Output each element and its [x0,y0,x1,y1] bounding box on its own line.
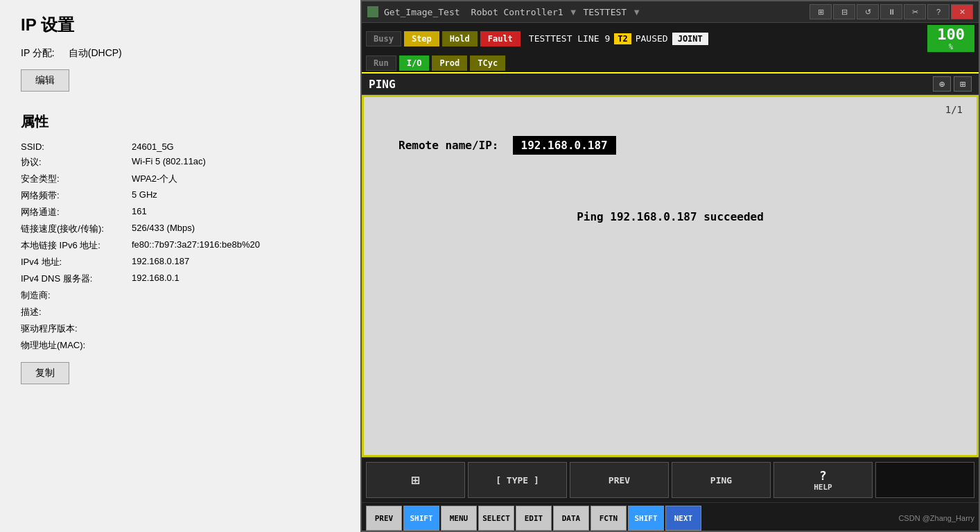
cut-btn[interactable]: ✂ [904,4,926,19]
edit-button[interactable]: 编辑 [21,69,69,92]
select-key[interactable]: SELECT [478,506,514,531]
list-item: IPv4 DNS 服务器:192.168.0.1 [21,271,340,287]
step-btn[interactable]: Step [404,31,439,46]
prop-value: fe80::7b97:3a27:1916:be8b%20 [132,239,260,252]
prop-key: 制造商: [21,289,132,302]
list-item: 驱动程序版本: [21,320,340,337]
prev-button[interactable]: PREV [570,462,669,498]
run-btn[interactable]: Run [366,55,396,71]
list-item: 制造商: [21,287,340,304]
ping-header: PING ⊕ ⊞ [362,72,979,95]
menu-key[interactable]: MENU [441,506,477,531]
ip-section: IP 分配: 自动(DHCP) [21,47,340,60]
prop-key: 链接速度(接收/传输): [21,223,132,235]
prop-value: 192.168.0.1 [132,273,180,285]
help-icon: ? [819,468,827,483]
zoom-btn[interactable]: ⊕ [933,76,951,92]
help-label: HELP [814,483,832,492]
prev-key[interactable]: PREV [366,506,402,531]
layout-btn[interactable]: ⊞ [954,76,972,92]
data-key[interactable]: DATA [553,506,589,531]
next-key[interactable]: NEXT [665,506,701,531]
type-button[interactable]: [ TYPE ] [468,462,567,498]
list-item: IPv4 地址:192.168.0.187 [21,254,340,271]
help-button[interactable]: ? HELP [773,462,873,498]
ip-value: 自动(DHCP) [69,47,122,60]
status-info: TESTTEST LINE 9 T2 PAUSED JOINT [529,33,925,45]
percent-value: 100 [937,26,965,43]
calc-btn[interactable]: ⊞ [810,4,832,19]
empty-button[interactable] [875,462,974,498]
prop-key: SSID: [21,141,132,152]
prop-value: Wi-Fi 5 (802.11ac) [132,156,206,169]
shift1-key[interactable]: SHIFT [403,506,439,531]
prop-key: 驱动程序版本: [21,323,132,335]
arrow1: ▼ [569,7,578,17]
status-bar: Busy Step Hold Fault TESTTEST LINE 9 T2 … [362,23,979,54]
arrow2: ▼ [632,7,641,17]
prop-key: IPv4 DNS 服务器: [21,273,132,285]
controller-name: Robot Controller1 [471,7,563,17]
prop-value: 192.168.0.187 [132,256,189,268]
ping-header-controls: ⊕ ⊞ [933,76,972,92]
page-title: IP 设置 [21,14,340,36]
bottom-toolbar: ⊞ [ TYPE ] PREV PING ? HELP [362,457,979,502]
prop-key: 网络通道: [21,206,132,218]
ping-result: Ping 192.168.0.187 succeeded [371,210,970,223]
prop-key: 描述: [21,306,132,318]
busy-btn[interactable]: Busy [366,31,401,46]
prop-key: 安全类型: [21,173,132,185]
keyboard-btn[interactable]: ⊟ [833,4,855,19]
prop-key: 本地链接 IPv6 地址: [21,239,132,252]
prop-key: IPv4 地址: [21,256,132,268]
close-btn[interactable]: ✕ [951,4,973,19]
prop-key: 协议: [21,156,132,169]
prop-value: 526/433 (Mbps) [132,223,195,235]
test-name: TESTTEST [584,7,627,17]
pause-btn[interactable]: ⏸ [880,4,902,19]
prop-value: 24601_5G [132,141,174,152]
list-item: 安全类型:WPA2-个人 [21,171,340,187]
left-panel: IP 设置 IP 分配: 自动(DHCP) 编辑 属性 SSID:24601_5… [0,0,360,532]
refresh-btn[interactable]: ↺ [857,4,879,19]
percent-unit: % [949,43,953,51]
right-panel: Get_Image_Test Robot Controller1 ▼ TESTT… [360,0,980,532]
remote-ip-row: Remote name/IP: 192.168.0.187 [399,136,970,155]
prop-key: 网络频带: [21,189,132,202]
ip-label: IP 分配: [21,47,55,60]
hold-btn[interactable]: Hold [442,31,478,46]
main-content: 1/1 Remote name/IP: 192.168.0.187 Ping 1… [362,95,979,457]
list-item: 协议:Wi-Fi 5 (802.11ac) [21,154,340,171]
app-name: Get_Image_Test [384,7,460,17]
ping-button[interactable]: PING [672,462,771,498]
t2-badge: T2 [614,33,631,44]
app-icon [367,6,378,17]
edit-key[interactable]: EDIT [516,506,552,531]
paused-text: PAUSED [636,33,668,44]
tcyc-btn[interactable]: TCyc [470,55,505,71]
io-btn[interactable]: I/O [399,55,430,71]
list-item: 描述: [21,304,340,320]
percent-display: 100 % [927,25,974,52]
properties-title: 属性 [21,112,340,131]
list-item: 本地链接 IPv6 地址:fe80::7b97:3a27:1916:be8b%2… [21,237,340,254]
prop-value: 161 [132,206,147,218]
property-table: SSID:24601_5G协议:Wi-Fi 5 (802.11ac)安全类型:W… [21,139,340,354]
status-bar-2: Run I/O Prod TCyc [362,54,979,72]
fctn-key[interactable]: FCTN [590,506,627,531]
prod-btn[interactable]: Prod [432,55,467,71]
list-item: 物理地址(MAC): [21,337,340,354]
list-item: 链接速度(接收/传输):526/433 (Mbps) [21,221,340,237]
shift2-key[interactable]: SHIFT [628,506,664,531]
help-btn[interactable]: ? [927,4,950,19]
title-controls: ⊞ ⊟ ↺ ⏸ ✂ ? ✕ [810,4,973,19]
list-item: 网络通道:161 [21,204,340,221]
grid-button[interactable]: ⊞ [366,462,465,498]
keyboard-row: PREV SHIFT MENU SELECT EDIT DATA FCTN SH… [362,502,979,531]
copy-button[interactable]: 复制 [21,362,69,384]
fault-btn[interactable]: Fault [480,31,520,46]
remote-label: Remote name/IP: [399,139,499,152]
prop-value: 5 GHz [132,189,157,202]
prop-value: WPA2-个人 [132,173,177,185]
remote-ip-box: 192.168.0.187 [513,136,616,155]
